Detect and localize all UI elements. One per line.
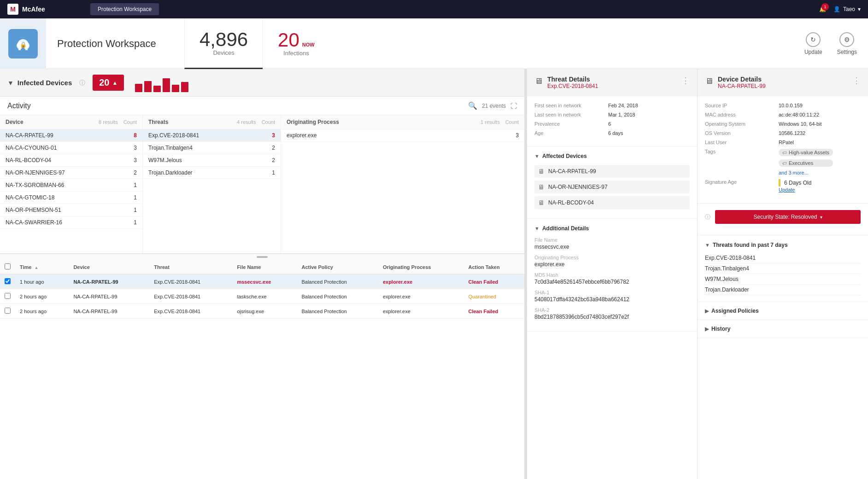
left-panel: ▼ Infected Devices ⓘ 20 ▲ Activity 🔍 [0, 69, 524, 479]
file-name-detail-label: File Name [534, 237, 690, 243]
device-row-3[interactable]: NA-OR-NJENNIGES-97 2 [0, 167, 142, 179]
affected-device-name-1: NA-OR-NJENNIGES-97 [548, 184, 608, 190]
additional-details-title: Additional Details [542, 225, 589, 232]
device-col-name: Device [6, 119, 23, 125]
action-col-header: Action Taken [463, 260, 524, 275]
activity-expand-icon[interactable]: ⛶ [510, 102, 517, 110]
events-table: Time ▲ Device Threat File Name Active Po… [0, 260, 524, 319]
device-row-4[interactable]: NA-TX-SGROBMAN-66 1 [0, 179, 142, 192]
sha2-detail: SHA-2 8bd2187885396cb5cd74803cef297e2f [534, 307, 690, 320]
event-select-1[interactable] [5, 293, 11, 299]
signature-age-row: Signature Age 6 Days Old Update [705, 179, 861, 193]
devices-stat-block[interactable]: 4,896 Devices [184, 18, 263, 69]
assigned-policies-title: ▶ Assigned Policies [705, 308, 861, 314]
event-checkbox-2[interactable] [0, 304, 15, 319]
os-row: Operating System Windows 10, 64-bit [705, 121, 861, 127]
event-row-2[interactable]: 2 hours ago NA-CA-RPATEL-99 Exp.CVE-2018… [0, 304, 524, 319]
activity-search-icon[interactable]: 🔍 [468, 101, 477, 110]
threat-row-3[interactable]: Trojan.Darkloader 1 [143, 167, 281, 179]
originating-process-detail-value: explorer.exe [534, 261, 690, 268]
affected-device-1[interactable]: 🖥 NA-OR-NJENNIGES-97 [534, 181, 690, 193]
select-all-checkbox[interactable] [5, 263, 11, 269]
event-row-0[interactable]: 1 hour ago NA-CA-RPATEL-99 Exp.CVE-2018-… [0, 275, 524, 289]
policy-col-header: Active Policy [297, 260, 378, 275]
infected-devices-info-icon[interactable]: ⓘ [79, 79, 85, 87]
sha2-detail-value: 8bd2187885396cb5cd74803cef297e2f [534, 314, 690, 320]
file-name-detail: File Name mssecsvc.exe [534, 237, 690, 250]
assigned-policies-section[interactable]: ▶ Assigned Policies [698, 302, 868, 320]
event-row-1[interactable]: 2 hours ago NA-CA-RPATEL-99 Exp.CVE-2018… [0, 289, 524, 304]
event-select-0[interactable] [5, 278, 11, 284]
event-select-2[interactable] [5, 308, 11, 314]
first-seen-value: Feb 24, 2018 [608, 103, 638, 108]
settings-button[interactable]: ⚙ Settings [837, 32, 857, 55]
infections-stat-block[interactable]: 20 NOW Infections [263, 18, 329, 69]
device-row-2[interactable]: NA-RL-BCODY-04 3 [0, 154, 142, 167]
device-count-5: 1 [128, 194, 137, 201]
affected-devices-toggle[interactable]: ▼ Affected Devices [534, 153, 690, 159]
and-more-link[interactable]: and 3 more... [779, 170, 833, 175]
action-col-label: Action Taken [468, 264, 499, 270]
threat-row-0[interactable]: Exp.CVE-2018-0841 3 [143, 129, 281, 142]
affected-device-name-2: NA-RL-BCODY-04 [548, 199, 594, 206]
signature-update-link[interactable]: Update [779, 187, 795, 193]
activity-title: Activity [7, 102, 463, 110]
event-checkbox-1[interactable] [0, 289, 15, 304]
additional-details-toggle[interactable]: ▼ Additional Details [534, 225, 690, 232]
threat-info-section: First seen in network Feb 24, 2018 Last … [527, 96, 697, 146]
event-action-1: Quarantined [463, 289, 524, 304]
affected-devices-section: ▼ Affected Devices 🖥 NA-CA-RPATEL-99 🖥 N… [527, 146, 697, 219]
threats-col-header: Threats 4 results Count [143, 115, 281, 129]
user-dropdown-icon: ▾ [858, 6, 861, 12]
history-section[interactable]: ▶ History [698, 320, 868, 338]
device-col-header-events: Device [69, 260, 149, 275]
infected-devices-bar: ▼ Infected Devices ⓘ 20 ▲ [0, 69, 524, 97]
threat-row-1[interactable]: Trojan.Tinbalgen4 2 [143, 142, 281, 154]
select-all-checkbox-header[interactable] [0, 260, 15, 275]
device-monitor-icon-0: 🖥 [538, 168, 545, 175]
threats-col-name: Threats [148, 119, 168, 125]
device-row-6[interactable]: NA-OR-PHEMSON-51 1 [0, 204, 142, 216]
device-count-3: 2 [128, 169, 137, 176]
spark-bar-3 [153, 86, 161, 92]
event-policy-1: Balanced Protection [297, 289, 378, 304]
affected-device-2[interactable]: 🖥 NA-RL-BCODY-04 [534, 196, 690, 209]
user-menu-button[interactable]: 👤 Taeo ▾ [833, 6, 861, 12]
md5-detail-label: MD5 Hash [534, 272, 690, 278]
tags-row: Tags 🏷 High-value Assets 🏷 Executives an… [705, 149, 861, 175]
threat-name-1: Trojan.Tinbalgen4 [148, 145, 262, 151]
security-state-info-icon[interactable]: ⓘ [705, 213, 710, 221]
process-results-count: 1 results [481, 119, 500, 125]
security-state-label: Security State: Resoloved [753, 214, 817, 220]
scroll-dots-icon [257, 256, 268, 258]
device-row-7[interactable]: NA-CA-SWARRIER-16 1 [0, 216, 142, 229]
device-row-1[interactable]: NA-CA-CYOUNG-01 3 [0, 142, 142, 154]
threat-row-2[interactable]: W97M.Jelous 2 [143, 154, 281, 167]
threats-found-toggle[interactable]: ▼ Threats found in past 7 days [705, 242, 861, 248]
device-name-6: NA-OR-PHEMSON-51 [6, 207, 124, 213]
last-seen-label: Last seen in network [534, 112, 608, 117]
time-col-header[interactable]: Time ▲ [15, 260, 69, 275]
device-panel-menu-icon[interactable]: ⋮ [852, 76, 861, 86]
tags-label: Tags [705, 149, 779, 175]
update-button[interactable]: ↻ Update [804, 32, 822, 55]
device-name-4: NA-TX-SGROBMAN-66 [6, 182, 124, 188]
event-policy-2: Balanced Protection [297, 304, 378, 319]
device-count-1: 3 [128, 145, 137, 151]
origprocess-col-label: Originating Process [383, 264, 431, 270]
process-row-0[interactable]: explorer.exe 3 [281, 129, 524, 142]
infected-devices-toggle[interactable]: ▼ Infected Devices [7, 79, 72, 87]
device-row-0[interactable]: NA-CA-RPATEL-99 8 [0, 129, 142, 142]
threat-panel-menu-icon[interactable]: ⋮ [681, 76, 690, 86]
event-time-2: 2 hours ago [15, 304, 69, 319]
security-state-section: ⓘ Security State: Resoloved ▾ [698, 204, 868, 235]
nav-tab-protection-workspace[interactable]: Protection Workspace [90, 3, 159, 15]
source-ip-value: 10.0.0.159 [779, 103, 803, 108]
event-checkbox-0[interactable] [0, 275, 15, 289]
affected-device-0[interactable]: 🖥 NA-CA-RPATEL-99 [534, 165, 690, 178]
workspace-icon: 🔒 [8, 29, 38, 58]
notification-bell-button[interactable]: 🔔 1 [819, 6, 826, 12]
device-row-5[interactable]: NA-CA-GTOMIC-18 1 [0, 192, 142, 204]
security-state-button[interactable]: Security State: Resoloved ▾ [715, 210, 861, 224]
tags-container: 🏷 High-value Assets 🏷 Executives and 3 m… [779, 149, 833, 175]
